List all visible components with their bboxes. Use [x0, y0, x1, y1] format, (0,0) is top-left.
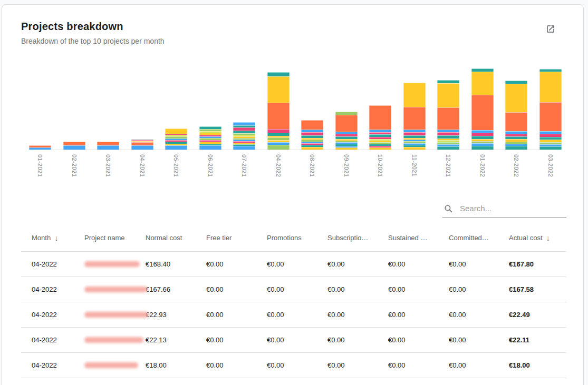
cell-actual-cost: €167.80 — [509, 260, 567, 268]
bar-segment-yellow[interactable] — [471, 72, 494, 95]
bar-segment-orange[interactable] — [369, 105, 391, 130]
stacked-bar-12-2021[interactable] — [437, 80, 459, 150]
stacked-bar-06-2021[interactable] — [199, 126, 221, 150]
stacked-bar-11-2021[interactable] — [403, 83, 426, 150]
stacked-bar-09-2021[interactable] — [335, 112, 358, 150]
bar-segment-teal[interactable] — [267, 72, 290, 76]
bar-segment-blue[interactable] — [29, 147, 51, 150]
x-axis-label: 01-2022 — [471, 154, 494, 186]
cell-committed: €0.00 — [449, 336, 509, 344]
column-header-project-name[interactable]: Project name — [84, 234, 146, 242]
bar-segment-orange[interactable] — [301, 120, 323, 130]
stacked-bar-02-2021[interactable] — [63, 142, 85, 150]
column-header-actual-cost[interactable]: Actual cost↓ — [509, 233, 567, 242]
bar-segment-orange[interactable] — [437, 107, 459, 130]
redacted-text-blur — [84, 287, 148, 292]
column-header-subscriptio[interactable]: Subscriptio… — [327, 234, 388, 242]
stacked-bar-07-2021[interactable] — [233, 122, 255, 150]
x-axis-label-text: 07-2021 — [241, 154, 247, 186]
cell-month: 04-2022 — [21, 260, 84, 268]
bar-segment-teal[interactable] — [505, 146, 527, 150]
x-axis-label: 07-2021 — [233, 154, 255, 186]
x-axis-label-text: 06-2021 — [207, 154, 214, 186]
bar-segment-blue[interactable] — [233, 146, 255, 150]
bar-segment-yellow[interactable] — [437, 83, 459, 107]
column-header-promotions[interactable]: Promotions — [267, 234, 327, 242]
bar-segment-orange[interactable] — [97, 142, 119, 145]
bar-segment-orange[interactable] — [267, 103, 290, 129]
cell-project-name-redacted — [84, 362, 146, 368]
stacked-bar-02-2022[interactable] — [505, 81, 527, 150]
bar-segment-blue[interactable] — [63, 145, 85, 150]
bar-segment-yellow[interactable] — [539, 72, 562, 102]
column-header-sustained[interactable]: Sustained … — [388, 234, 449, 242]
cell-sustained: €0.00 — [388, 311, 449, 319]
bar-segment-yellow[interactable] — [403, 83, 426, 107]
chart-bars — [29, 57, 562, 150]
x-axis-label: 02-2022 — [505, 154, 527, 186]
cell-normal-cost: €18.00 — [146, 361, 206, 369]
bar-segment-orange[interactable] — [403, 107, 426, 130]
x-axis-label: 05-2021 — [165, 154, 187, 186]
bar-segment-yellow[interactable] — [403, 147, 426, 150]
open-in-new-button[interactable] — [544, 23, 557, 35]
bar-segment-orange[interactable] — [539, 102, 562, 131]
cell-free-tier: €0.00 — [206, 336, 267, 344]
x-axis-label-text: 03-2022 — [547, 154, 554, 186]
stacked-bar-03-2021[interactable] — [97, 142, 119, 150]
bar-segment-yellow[interactable] — [335, 147, 358, 150]
bar-segment-yellow[interactable] — [267, 76, 290, 103]
bar-segment-teal[interactable] — [437, 146, 459, 150]
stacked-bar-01-2021[interactable] — [29, 145, 51, 150]
bar-segment-teal[interactable] — [471, 146, 494, 150]
x-axis-label-text: 12-2021 — [445, 154, 451, 186]
x-axis-label: 09-2021 — [335, 154, 358, 186]
cell-committed: €0.00 — [449, 361, 509, 369]
x-axis-label: 08-2021 — [301, 154, 323, 186]
bar-segment-yellow[interactable] — [369, 147, 391, 150]
stacked-bar-10-2021[interactable] — [369, 105, 391, 150]
bar-segment-orange[interactable] — [505, 112, 527, 131]
bar-segment-pink[interactable] — [267, 129, 290, 133]
bar-segment-blue[interactable] — [199, 145, 221, 150]
cell-committed: €0.00 — [449, 285, 509, 293]
column-header-label: Actual cost — [509, 234, 543, 242]
bar-segment-orange[interactable] — [63, 142, 85, 145]
bar-segment-yellow[interactable] — [301, 147, 323, 150]
search-input[interactable] — [459, 203, 565, 213]
bar-segment-blue[interactable] — [165, 145, 187, 150]
stacked-bar-01-2022[interactable] — [471, 68, 494, 150]
cell-subscriptions: €0.00 — [327, 260, 388, 268]
table-row: 04-2022€22.13€0.00€0.00€0.00€0.00€0.00€2… — [21, 327, 566, 352]
bar-segment-green[interactable] — [267, 145, 290, 150]
column-header-committed[interactable]: Committed… — [449, 234, 509, 242]
x-axis-label: 04-2022 — [267, 154, 290, 186]
search-box[interactable] — [442, 201, 566, 218]
bar-segment-blue[interactable] — [97, 145, 119, 150]
cell-normal-cost: €22.93 — [146, 311, 206, 319]
x-axis-label-text: 01-2022 — [479, 154, 486, 186]
bar-segment-blue[interactable] — [131, 145, 153, 150]
stacked-bar-03-2022[interactable] — [539, 69, 562, 150]
x-axis-label: 03-2021 — [97, 154, 119, 186]
open-in-new-icon — [546, 24, 555, 34]
bar-segment-orange[interactable] — [471, 95, 494, 130]
stacked-bar-04-2022[interactable] — [267, 72, 290, 150]
column-header-free-tier[interactable]: Free tier — [206, 234, 267, 242]
x-axis-labels: 01-202102-202103-202104-202105-202106-20… — [29, 154, 562, 186]
bar-segment-orange[interactable] — [335, 115, 358, 132]
column-header-normal-cost[interactable]: Normal cost — [146, 234, 206, 242]
bar-segment-teal[interactable] — [539, 146, 562, 150]
stacked-bar-08-2021[interactable] — [301, 120, 323, 150]
bar-segment-yellow[interactable] — [165, 129, 187, 134]
table-header-row: Month↓Project nameNormal costFree tierPr… — [21, 224, 566, 251]
stacked-bar-05-2021[interactable] — [165, 129, 187, 150]
bar-segment-yellow[interactable] — [505, 84, 527, 112]
x-axis-label: 12-2021 — [437, 154, 459, 186]
cell-sustained: €0.00 — [388, 336, 449, 344]
cell-normal-cost: €167.66 — [146, 285, 206, 293]
x-axis-label-text: 05-2021 — [173, 154, 179, 186]
stacked-bar-04-2021[interactable] — [131, 139, 153, 150]
column-header-month[interactable]: Month↓ — [21, 233, 84, 242]
cell-actual-cost: €22.49 — [509, 311, 567, 319]
